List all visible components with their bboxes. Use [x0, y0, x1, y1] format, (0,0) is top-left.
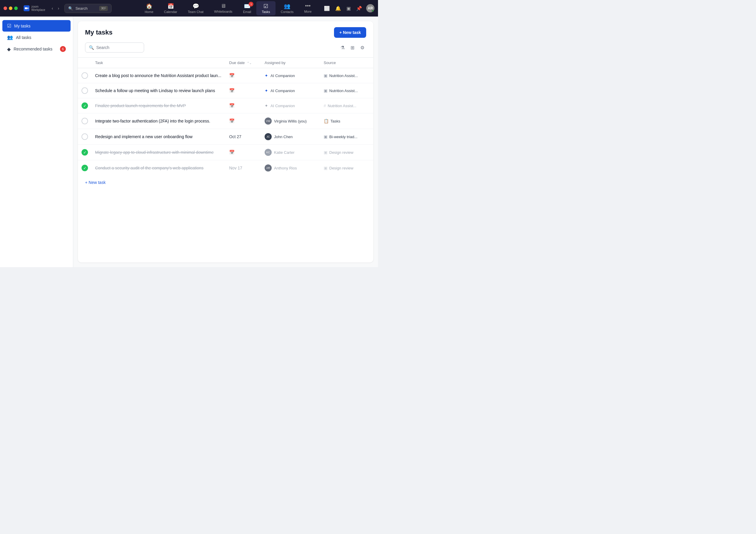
grid-view-btn[interactable]: ⊞ [349, 43, 356, 52]
task-search[interactable]: 🔍 Search [85, 42, 144, 53]
recommended-badge: 6 [60, 46, 66, 52]
due-date: Nov 17 [229, 166, 242, 170]
task-checkbox-cell [78, 129, 92, 145]
avatar[interactable]: AR [366, 4, 374, 13]
task-assigned-cell: ✦ AI Companion [261, 98, 320, 113]
whiteboards-icon: 🖥 [221, 3, 226, 9]
task-checkbox[interactable] [82, 87, 88, 94]
recommended-icon: ◆ [7, 46, 11, 52]
due-date: Oct 27 [229, 134, 241, 139]
ai-companion-icon: ✦ [265, 73, 268, 78]
katie-avatar: KC [265, 149, 272, 156]
task-due-cell: 📅 [226, 113, 261, 129]
video-icon: ▣ [324, 166, 328, 170]
task-checkbox[interactable]: ✓ [82, 165, 88, 171]
add-task-row: + New task [78, 175, 373, 189]
table-body: Create a blog post to announce the Nutri… [78, 68, 373, 176]
tab-calendar[interactable]: 📅 Calendar [159, 1, 182, 15]
assigned-wrap: ✦ AI Companion [265, 103, 316, 108]
task-checkbox[interactable] [82, 133, 88, 140]
task-checkbox-cell: ✓ [78, 98, 92, 113]
new-task-button[interactable]: + New task [334, 27, 366, 38]
task-text-cell: Redesign and implement a new user onboar… [92, 129, 226, 145]
close-window-btn[interactable] [4, 7, 7, 10]
online-status-dot [372, 10, 374, 12]
tab-tasks[interactable]: ☑ Tasks [256, 1, 275, 15]
task-assigned-cell: ✦ AI Companion [261, 83, 320, 98]
task-text: Migrate legacy app to cloud infrastructu… [95, 150, 214, 155]
my-tasks-icon: ☑ [7, 23, 11, 29]
settings-btn[interactable]: ⚙ [359, 43, 366, 52]
assigned-name: Virginia Willis (you) [274, 119, 307, 123]
task-checkbox[interactable] [82, 72, 88, 79]
assigned-name: AI Companion [271, 73, 295, 78]
task-source-cell: ▣ Nutrition Assist... [320, 68, 373, 83]
window-controls [4, 7, 18, 10]
tab-contacts[interactable]: 👥 Contacts [276, 1, 299, 15]
layout-btn[interactable]: ▣ [345, 4, 352, 13]
tab-whiteboards[interactable]: 🖥 Whiteboards [209, 1, 238, 15]
content-card: My tasks + New task 🔍 Search ⚗ ⊞ ⚙ [78, 21, 373, 262]
task-checkbox-cell: ✓ [78, 145, 92, 160]
task-text-cell: Schedule a follow up meeting with Lindsa… [92, 83, 226, 98]
task-assigned-cell: KC Katie Carter [261, 145, 320, 160]
task-due-cell: Oct 27 [226, 129, 261, 145]
sidebar-item-all-tasks[interactable]: 👥 All tasks [2, 32, 70, 43]
filter-btn[interactable]: ⚗ [339, 43, 346, 52]
minimize-window-btn[interactable] [9, 7, 13, 10]
screen-share-btn[interactable]: ⬜ [323, 4, 331, 13]
notifications-btn[interactable]: 🔔 [334, 4, 342, 13]
source-name: Tasks [331, 119, 340, 123]
tab-more[interactable]: ••• More [299, 1, 317, 15]
task-source-cell: # Nutrition Assist... [320, 98, 373, 113]
task-checkbox[interactable]: ✓ [82, 102, 88, 109]
assigned-wrap: ✦ AI Companion [265, 73, 316, 78]
nav-back-btn[interactable]: ‹ [50, 5, 55, 12]
maximize-window-btn[interactable] [14, 7, 18, 10]
sidebar-item-all-tasks-label: All tasks [16, 35, 31, 40]
tab-email-label: Email [243, 10, 251, 13]
sort-icon: ⌃⌄ [247, 61, 252, 65]
table-row: ✓ Finalize product launch requirements f… [78, 98, 373, 113]
pin-btn[interactable]: 📌 [355, 4, 363, 13]
contacts-icon: 👥 [284, 3, 290, 10]
task-due-cell: Nov 17 [226, 160, 261, 176]
tab-email[interactable]: ✉️ Email 1 [238, 1, 256, 15]
calendar-icon: 📅 [229, 119, 235, 123]
tab-home[interactable]: 🏠 Home [139, 1, 159, 15]
assigned-wrap: ✦ AI Companion [265, 88, 316, 93]
source-wrap: # Nutrition Assist... [324, 103, 370, 108]
task-text-cell: Conduct a security audit of the company'… [92, 160, 226, 176]
sidebar-item-recommended[interactable]: ◆ Recommended tasks 6 [2, 43, 70, 55]
assigned-wrap: VW Virginia Willis (you) [265, 118, 316, 124]
col-due-header[interactable]: Due date ⌃⌄ [226, 58, 261, 68]
titlebar-actions: ⬜ 🔔 ▣ 📌 AR [323, 4, 374, 13]
col-check-header [78, 58, 92, 68]
nav-forward-btn[interactable]: › [56, 5, 61, 12]
search-bar[interactable]: 🔍 Search ⌘F [65, 4, 112, 13]
col-assigned-header: Assigned by [261, 58, 320, 68]
nav-tabs: 🏠 Home 📅 Calendar 💬 Team Chat 🖥 Whiteboa… [139, 1, 317, 15]
tab-team-chat-label: Team Chat [188, 10, 203, 13]
calendar-icon: 📅 [168, 3, 174, 10]
toolbar-actions: ⚗ ⊞ ⚙ [339, 43, 366, 52]
table-header: Task Due date ⌃⌄ Assigned by Source [78, 58, 373, 68]
sidebar-item-my-tasks-label: My tasks [14, 24, 30, 28]
tab-contacts-label: Contacts [281, 10, 293, 13]
table-row: Create a blog post to announce the Nutri… [78, 68, 373, 83]
sidebar-item-my-tasks[interactable]: ☑ My tasks [2, 20, 70, 32]
toolbar: 🔍 Search ⚗ ⊞ ⚙ [78, 38, 373, 57]
anthony-avatar: AR [265, 164, 272, 172]
task-checkbox[interactable] [82, 118, 88, 124]
task-text: Create a blog post to announce the Nutri… [95, 73, 221, 78]
search-shortcut: ⌘F [99, 6, 108, 11]
calendar-icon: 📅 [229, 150, 235, 155]
task-text-cell: Create a blog post to announce the Nutri… [92, 68, 226, 83]
all-tasks-icon: 👥 [7, 35, 13, 40]
task-checkbox-cell [78, 83, 92, 98]
add-task-link[interactable]: + New task [85, 180, 106, 185]
task-checkbox[interactable]: ✓ [82, 149, 88, 156]
tab-whiteboards-label: Whiteboards [214, 10, 232, 13]
source-wrap: ▣ Design review [324, 166, 370, 170]
tab-team-chat[interactable]: 💬 Team Chat [182, 1, 209, 15]
